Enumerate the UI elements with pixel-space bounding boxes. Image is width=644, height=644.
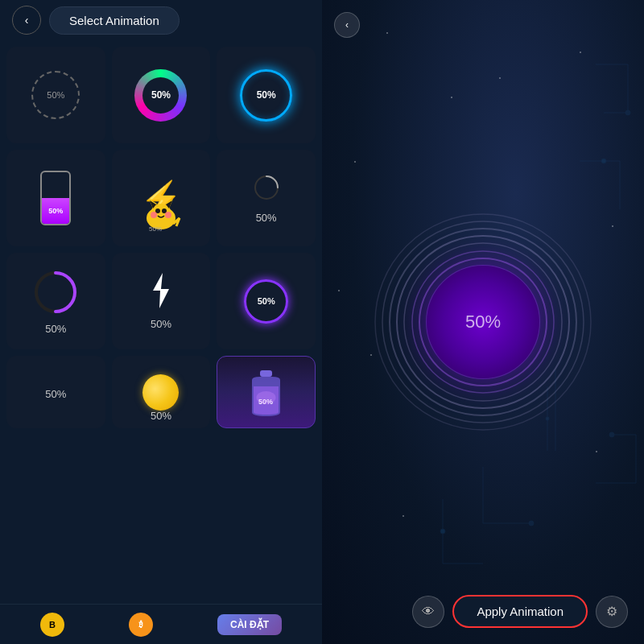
bottle-visual: 50% xyxy=(244,364,288,420)
animation-card-11[interactable]: 50% xyxy=(112,356,211,428)
animation-card-8[interactable]: 50% xyxy=(112,253,211,349)
svg-point-8 xyxy=(151,212,157,218)
right-back-button[interactable]: ‹ xyxy=(334,12,360,38)
svg-point-33 xyxy=(529,521,534,526)
arc-percent: 50% xyxy=(45,323,66,335)
pikachu-visual: 50% xyxy=(141,196,181,232)
animation-card-12[interactable]: 50% xyxy=(217,356,316,428)
svg-point-7 xyxy=(162,208,167,213)
page-title: Select Animation xyxy=(49,6,180,35)
svg-point-30 xyxy=(440,529,445,534)
dotted-ring-visual: 50% xyxy=(31,71,80,119)
animation-grid-scroll[interactable]: 50% 50% 50% 50% xyxy=(0,40,322,604)
svg-rect-14 xyxy=(260,370,272,377)
blue-ring-text: 50% xyxy=(257,89,276,101)
install-button[interactable]: CÀI ĐẶT xyxy=(217,614,282,635)
main-visualization: 50% xyxy=(370,209,596,435)
header: ‹ Select Animation xyxy=(0,0,322,40)
animation-card-5[interactable]: ⚡ xyxy=(112,150,211,246)
animation-card-7[interactable]: 50% xyxy=(6,253,105,349)
right-back-icon: ‹ xyxy=(345,19,349,31)
lightning-visual xyxy=(149,273,173,308)
svg-point-16 xyxy=(257,391,276,404)
animation-card-4[interactable]: 50% xyxy=(6,150,105,246)
eye-button[interactable]: 👁 xyxy=(412,596,444,628)
settings-button[interactable]: ⚙ xyxy=(596,596,628,628)
spinner-visual xyxy=(252,173,281,202)
gradient-ring-text: 50% xyxy=(151,89,171,101)
purple-arc-visual xyxy=(31,268,80,316)
card10-percent: 50% xyxy=(45,388,66,400)
apply-animation-button[interactable]: Apply Animation xyxy=(452,595,588,628)
animation-card-6[interactable]: 50% xyxy=(217,150,316,246)
purple-circle-text: 50% xyxy=(258,296,275,306)
svg-text:50%: 50% xyxy=(149,225,162,232)
battery-visual: 50% xyxy=(40,171,71,225)
gradient-ring-visual: 50% xyxy=(134,69,187,122)
animation-card-10[interactable]: 50% xyxy=(6,356,105,428)
settings-icon: ⚙ xyxy=(606,604,617,619)
svg-point-6 xyxy=(155,208,160,213)
svg-point-9 xyxy=(165,212,171,218)
moon-visual xyxy=(142,374,179,411)
card11-percent: 50% xyxy=(151,410,171,422)
lightning-percent: 50% xyxy=(151,318,171,330)
svg-point-27 xyxy=(609,432,614,437)
left-panel: ‹ Select Animation 50% 50% 50% xyxy=(0,0,322,644)
animation-card-1[interactable]: 50% xyxy=(6,47,105,143)
animation-grid: 50% 50% 50% 50% xyxy=(6,47,316,428)
svg-point-23 xyxy=(601,159,606,163)
right-panel: ‹ 50% 👁 Apply Animation ⚙ xyxy=(322,0,644,644)
spinner-percent: 50% xyxy=(256,212,277,224)
animation-card-9[interactable]: 50% xyxy=(217,253,316,349)
main-percent: 50% xyxy=(465,312,501,332)
back-icon: ‹ xyxy=(25,14,29,27)
purple-circle-visual: 50% xyxy=(244,279,288,324)
bottom-bar: B ₿ CÀI ĐẶT xyxy=(0,604,322,644)
binance-icon[interactable]: B xyxy=(40,613,64,637)
viz-center: 50% xyxy=(427,266,539,378)
btc-icon[interactable]: ₿ xyxy=(129,613,153,637)
apply-bar: 👁 Apply Animation ⚙ xyxy=(412,595,628,628)
animation-card-3[interactable]: 50% xyxy=(217,47,316,143)
svg-point-20 xyxy=(625,110,630,115)
animation-card-2[interactable]: 50% xyxy=(112,47,211,143)
back-button[interactable]: ‹ xyxy=(12,6,41,35)
blue-ring-visual: 50% xyxy=(240,69,292,122)
eye-icon: 👁 xyxy=(422,605,435,619)
svg-marker-13 xyxy=(153,273,169,308)
battery-fill: 50% xyxy=(42,198,69,224)
